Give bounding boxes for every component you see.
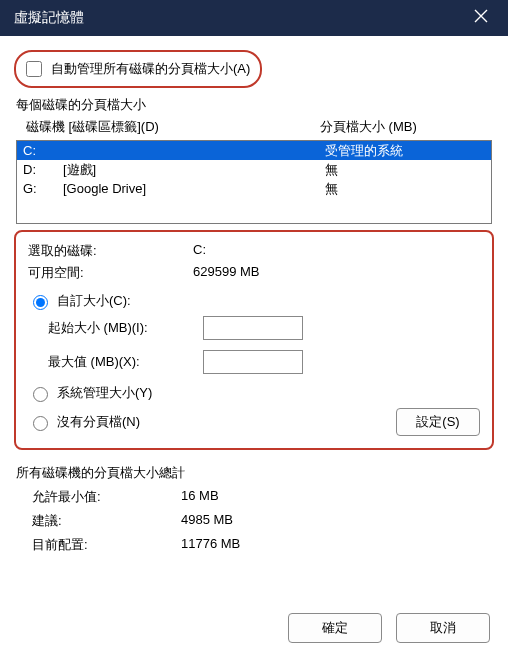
free-space-row: 可用空間: 629599 MB bbox=[28, 264, 480, 282]
drive-letter: C: bbox=[23, 142, 63, 159]
list-column-headers: 磁碟機 [磁碟區標籤](D) 分頁檔大小 (MB) bbox=[14, 118, 494, 140]
totals-group: 所有磁碟機的分頁檔大小總計 允許最小值: 16 MB 建議: 4985 MB 目… bbox=[16, 464, 492, 554]
free-space-label: 可用空間: bbox=[28, 264, 193, 282]
radio-system-label: 系統管理大小(Y) bbox=[57, 384, 152, 402]
drive-label bbox=[63, 142, 325, 159]
radio-system-managed[interactable]: 系統管理大小(Y) bbox=[28, 384, 480, 402]
initial-size-label: 起始大小 (MB)(I): bbox=[48, 319, 203, 337]
list-item[interactable]: G:[Google Drive]無 bbox=[17, 179, 491, 198]
window-title: 虛擬記憶體 bbox=[14, 9, 84, 27]
selected-drive-row: 選取的磁碟: C: bbox=[28, 242, 480, 260]
list-item[interactable]: D:[遊戲]無 bbox=[17, 160, 491, 179]
radio-none-input[interactable] bbox=[33, 416, 48, 431]
drive-label: [Google Drive] bbox=[63, 180, 325, 197]
max-size-row: 最大值 (MB)(X): bbox=[48, 350, 480, 374]
col-header-drive: 磁碟機 [磁碟區標籤](D) bbox=[26, 118, 320, 136]
min-allowed-row: 允許最小值: 16 MB bbox=[16, 488, 492, 506]
totals-label: 所有磁碟機的分頁檔大小總計 bbox=[16, 464, 492, 482]
set-button[interactable]: 設定(S) bbox=[396, 408, 480, 436]
drive-listbox[interactable]: C:受管理的系統D:[遊戲]無G:[Google Drive]無 bbox=[16, 140, 492, 224]
dialog-body: 自動管理所有磁碟的分頁檔大小(A) 每個磁碟的分頁檔大小 磁碟機 [磁碟區標籤]… bbox=[0, 36, 508, 574]
cancel-button[interactable]: 取消 bbox=[396, 613, 490, 643]
auto-manage-checkbox[interactable]: 自動管理所有磁碟的分頁檔大小(A) bbox=[22, 58, 250, 80]
recommended-label: 建議: bbox=[16, 512, 181, 530]
auto-manage-input[interactable] bbox=[26, 61, 42, 77]
drive-pagefile-size: 無 bbox=[325, 180, 485, 197]
auto-manage-label: 自動管理所有磁碟的分頁檔大小(A) bbox=[51, 60, 250, 78]
free-space-value: 629599 MB bbox=[193, 264, 480, 282]
drive-letter: D: bbox=[23, 161, 63, 178]
max-size-input[interactable] bbox=[203, 350, 303, 374]
min-allowed-value: 16 MB bbox=[181, 488, 219, 506]
selected-drive-label: 選取的磁碟: bbox=[28, 242, 193, 260]
drive-pagefile-size: 無 bbox=[325, 161, 485, 178]
no-pagefile-row: 沒有分頁檔(N) 設定(S) bbox=[28, 408, 480, 436]
col-header-size: 分頁檔大小 (MB) bbox=[320, 118, 490, 136]
radio-custom-label: 自訂大小(C): bbox=[57, 292, 131, 310]
recommended-row: 建議: 4985 MB bbox=[16, 512, 492, 530]
ok-button[interactable]: 確定 bbox=[288, 613, 382, 643]
list-item[interactable]: C:受管理的系統 bbox=[17, 141, 491, 160]
min-allowed-label: 允許最小值: bbox=[16, 488, 181, 506]
drive-pagefile-size: 受管理的系統 bbox=[325, 142, 485, 159]
current-value: 11776 MB bbox=[181, 536, 240, 554]
initial-size-input[interactable] bbox=[203, 316, 303, 340]
auto-manage-highlight: 自動管理所有磁碟的分頁檔大小(A) bbox=[14, 50, 262, 88]
titlebar: 虛擬記憶體 bbox=[0, 0, 508, 36]
initial-size-row: 起始大小 (MB)(I): bbox=[48, 316, 480, 340]
radio-custom-size[interactable]: 自訂大小(C): bbox=[28, 292, 480, 310]
dialog-footer: 確定 取消 bbox=[288, 601, 504, 657]
drive-label: [遊戲] bbox=[63, 161, 325, 178]
selected-drive-value: C: bbox=[193, 242, 480, 260]
current-row: 目前配置: 11776 MB bbox=[16, 536, 492, 554]
per-drive-group-label: 每個磁碟的分頁檔大小 bbox=[16, 96, 494, 114]
max-size-label: 最大值 (MB)(X): bbox=[48, 353, 203, 371]
radio-system-input[interactable] bbox=[33, 387, 48, 402]
close-icon[interactable] bbox=[466, 5, 496, 31]
current-label: 目前配置: bbox=[16, 536, 181, 554]
radio-no-pagefile[interactable]: 沒有分頁檔(N) bbox=[28, 413, 140, 431]
drive-letter: G: bbox=[23, 180, 63, 197]
recommended-value: 4985 MB bbox=[181, 512, 233, 530]
radio-custom-input[interactable] bbox=[33, 295, 48, 310]
drive-settings-highlight: 選取的磁碟: C: 可用空間: 629599 MB 自訂大小(C): 起始大小 … bbox=[14, 230, 494, 450]
radio-none-label: 沒有分頁檔(N) bbox=[57, 413, 140, 431]
